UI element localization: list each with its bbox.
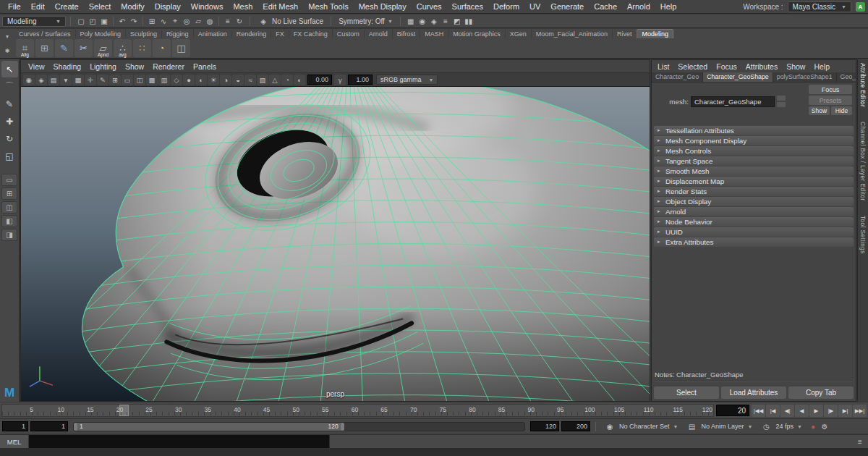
resolution-gate-icon[interactable]: ◫: [134, 75, 145, 85]
redo-icon[interactable]: ↷: [128, 15, 140, 27]
gamma-field[interactable]: 1.00: [348, 75, 373, 85]
grid-toggle-icon[interactable]: ⊞: [109, 75, 121, 85]
viewport-menu-view[interactable]: View: [24, 62, 49, 71]
anim-layer-selector[interactable]: ▤ No Anim Layer ▼: [683, 421, 755, 432]
menu-edit[interactable]: Edit: [26, 2, 50, 11]
shelf-tab-rendering[interactable]: Rendering: [232, 30, 272, 38]
auto-keyframe-icon[interactable]: ●: [807, 421, 819, 432]
snap-to-point-icon[interactable]: ⌖: [169, 15, 181, 27]
textured-mode-icon[interactable]: ◐: [195, 75, 207, 85]
field-chart-icon[interactable]: ▥: [158, 75, 170, 85]
open-scene-icon[interactable]: ◰: [87, 15, 98, 27]
shelf-tab-moom-facial-animation[interactable]: Moom_Facial_Animation: [532, 30, 613, 38]
isolate-select-icon[interactable]: △: [269, 75, 281, 85]
gamma-icon[interactable]: γ: [334, 75, 346, 85]
ae-menu-selected[interactable]: Selected: [673, 62, 712, 71]
viewport-menu-renderer[interactable]: Renderer: [148, 62, 189, 71]
grid-points-icon[interactable]: ∷: [133, 39, 151, 57]
viewport-menu-lighting[interactable]: Lighting: [85, 62, 121, 71]
range-slider-bar[interactable]: 1 120: [74, 423, 344, 431]
ae-tab-geo-lyr[interactable]: Geo_Lyr: [837, 72, 856, 82]
menu-modify[interactable]: Modify: [116, 2, 149, 11]
render-view-icon[interactable]: ▦: [405, 15, 417, 27]
viewport-menu-show[interactable]: Show: [121, 62, 148, 71]
shelf-tab-custom[interactable]: Custom: [333, 30, 365, 38]
make-live-icon[interactable]: ◍: [204, 15, 216, 27]
two-pane-layout-button[interactable]: ◫: [1, 201, 17, 214]
live-surface-chip[interactable]: ◈ No Live Surface: [255, 15, 326, 27]
quad-draw-icon[interactable]: ✎: [55, 39, 73, 57]
scale-tool[interactable]: ◱: [1, 148, 18, 164]
previous-key-button[interactable]: |◀: [766, 405, 780, 417]
fps-selector[interactable]: ◷ 24 fps ▼: [757, 421, 804, 432]
ae-tab-polysurfaceshape1[interactable]: polySurfaceShape1: [773, 72, 837, 82]
menu-generate[interactable]: Generate: [545, 2, 589, 11]
menu-uv[interactable]: UV: [524, 2, 545, 11]
motion-blur-icon[interactable]: ≈: [244, 75, 256, 85]
image-plane-icon[interactable]: ▦: [72, 75, 84, 85]
menu-mesh[interactable]: Mesh: [228, 2, 258, 11]
viewport-menu-panels[interactable]: Panels: [189, 62, 221, 71]
shelf-menu-icon[interactable]: ▾: [6, 33, 9, 40]
script-editor-icon[interactable]: ≡: [852, 435, 868, 448]
mirror-geometry-icon[interactable]: ◫: [172, 39, 190, 57]
bookmarks-icon[interactable]: ▾: [60, 75, 72, 85]
snap-to-view-plane-icon[interactable]: ▱: [192, 15, 204, 27]
section-object-display[interactable]: ▸Object Display: [654, 197, 854, 206]
section-render-stats[interactable]: ▸Render Stats: [654, 187, 854, 196]
xray-icon[interactable]: ◔: [281, 75, 293, 85]
section-arnold[interactable]: ▸Arnold: [654, 207, 854, 216]
ae-menu-help[interactable]: Help: [809, 62, 834, 71]
single-pane-layout-button[interactable]: ▭: [1, 174, 17, 186]
playback-start-field[interactable]: 1: [30, 421, 68, 431]
shelf-tab-rigging[interactable]: Rigging: [162, 30, 194, 38]
snap-to-projected-center-icon[interactable]: ◎: [181, 15, 192, 27]
ae-menu-show[interactable]: Show: [782, 62, 809, 71]
menu-mesh-display[interactable]: Mesh Display: [354, 2, 412, 11]
menu-help[interactable]: Help: [655, 2, 682, 11]
range-slider-track[interactable]: 1 120: [73, 422, 525, 431]
shelf-tab-arnold[interactable]: Arnold: [365, 30, 393, 38]
multi-cut-icon[interactable]: ✂: [75, 39, 93, 57]
menu-windows[interactable]: Windows: [186, 2, 229, 11]
menu-file[interactable]: File: [3, 2, 26, 11]
exposure-field[interactable]: 0.00: [307, 75, 332, 85]
presets-button[interactable]: Presets: [809, 96, 852, 105]
select-camera-icon[interactable]: ◉: [23, 75, 35, 85]
symmetry-selector[interactable]: Symmetry: Off ▼: [336, 17, 396, 25]
play-forward-button[interactable]: ▶: [809, 405, 823, 417]
snap-to-grid-icon[interactable]: ⊞: [146, 15, 158, 27]
workspace-selector[interactable]: Maya Classic ▼: [788, 1, 851, 12]
hypershade-icon[interactable]: ◩: [451, 15, 463, 27]
pause-viewport-icon[interactable]: ▮▮: [463, 15, 475, 27]
time-slider-track[interactable]: 5101520253035404550556065707580859095100…: [1, 404, 714, 417]
command-language-toggle[interactable]: MEL: [0, 435, 29, 448]
input-connection-button[interactable]: [777, 96, 786, 101]
step-forward-button[interactable]: |▶: [824, 405, 838, 417]
play-backward-button[interactable]: ◀: [795, 405, 809, 417]
shelf-tab-poly-modeling[interactable]: Poly Modeling: [76, 30, 127, 38]
film-gate-icon[interactable]: ▭: [122, 75, 133, 85]
ae-menu-attributes[interactable]: Attributes: [741, 62, 782, 71]
section-displacement-map[interactable]: ▸Displacement Map: [654, 177, 854, 186]
viewport-canvas[interactable]: persp: [21, 87, 650, 401]
show-button[interactable]: Show: [809, 106, 830, 115]
sculpt-tool-icon[interactable]: ◔: [153, 39, 171, 57]
rotate-tool[interactable]: ↻: [1, 130, 18, 147]
construction-history-icon[interactable]: ↻: [234, 15, 245, 27]
shelf-tab-fx[interactable]: FX: [271, 30, 289, 38]
workspace-controls-icon[interactable]: A: [856, 2, 865, 12]
ipr-render-icon[interactable]: ◈: [428, 15, 440, 27]
align-objects-icon[interactable]: ⌗Alig: [16, 39, 34, 57]
shelf-tab-xgen[interactable]: XGen: [506, 30, 532, 38]
menu-display[interactable]: Display: [150, 2, 186, 11]
menu-create[interactable]: Create: [50, 2, 84, 11]
anti-aliasing-icon[interactable]: ▧: [257, 75, 268, 85]
shelf-tab-modeling[interactable]: Modeling: [637, 29, 673, 38]
copy-tab-button[interactable]: Copy Tab: [788, 387, 854, 399]
focus-button[interactable]: Focus: [809, 85, 852, 94]
mel-command-input[interactable]: [29, 435, 329, 448]
next-key-button[interactable]: ▶|: [838, 405, 852, 417]
menu-mesh-tools[interactable]: Mesh Tools: [303, 2, 353, 11]
gate-mask-icon[interactable]: ▩: [146, 75, 158, 85]
